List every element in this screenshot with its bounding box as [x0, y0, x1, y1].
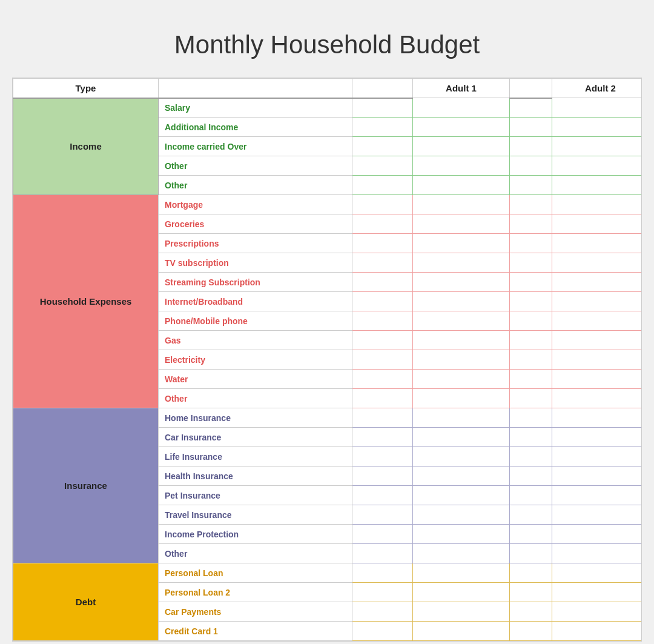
income-item-salary[interactable]: Salary: [159, 98, 352, 118]
expense-item-electricity[interactable]: Electricity: [159, 350, 352, 370]
header-row: Type Adult 1 Adult 2: [13, 79, 642, 98]
income-salary-gap[interactable]: [352, 98, 413, 118]
income-additional-adult2[interactable]: [552, 118, 642, 137]
debt-item-credit-card[interactable]: Credit Card 1: [159, 622, 352, 641]
income-item-other1[interactable]: Other: [159, 156, 352, 176]
income-other2-adult1[interactable]: [413, 176, 510, 195]
income-carriedover-gap[interactable]: [352, 137, 413, 156]
income-carriedover-gap2[interactable]: [510, 137, 552, 156]
subtype-header: [159, 79, 352, 98]
income-salary-adult2[interactable]: [552, 98, 642, 118]
expense-item-water[interactable]: Water: [159, 370, 352, 389]
income-carriedover-adult1[interactable]: [413, 137, 510, 156]
income-additional-gap2[interactable]: [510, 118, 552, 137]
expense-item-streaming[interactable]: Streaming Subscription: [159, 273, 352, 292]
income-salary-adult1[interactable]: [413, 98, 510, 118]
debt-category-label: Debt: [13, 563, 159, 641]
gap2-header: [510, 79, 552, 98]
income-other2-gap2[interactable]: [510, 176, 552, 195]
insurance-item-income-protection[interactable]: Income Protection: [159, 525, 352, 544]
insurance-item-travel[interactable]: Travel Insurance: [159, 505, 352, 525]
type-header: Type: [13, 79, 159, 98]
income-item-additional[interactable]: Additional Income: [159, 118, 352, 137]
income-other1-gap[interactable]: [352, 156, 413, 176]
income-item-other2[interactable]: Other: [159, 176, 352, 195]
insurance-row-home: Insurance Home Insurance: [13, 408, 642, 428]
expense-item-gas[interactable]: Gas: [159, 331, 352, 350]
expense-mortgage-adult1[interactable]: [413, 195, 510, 214]
debt-item-car[interactable]: Car Payments: [159, 602, 352, 622]
income-other2-gap[interactable]: [352, 176, 413, 195]
page-title: Monthly Household Budget: [12, 30, 642, 59]
income-category-label: Income: [13, 98, 159, 195]
gap1-header: [352, 79, 413, 98]
income-additional-adult1[interactable]: [413, 118, 510, 137]
expense-item-other[interactable]: Other: [159, 389, 352, 408]
expense-row-mortgage: Household Expenses Mortgage: [13, 195, 642, 214]
insurance-item-home[interactable]: Home Insurance: [159, 408, 352, 428]
insurance-category-label: Insurance: [13, 408, 159, 563]
expense-item-mortgage[interactable]: Mortgage: [159, 195, 352, 214]
income-other1-adult2[interactable]: [552, 156, 642, 176]
insurance-item-car[interactable]: Car Insurance: [159, 428, 352, 447]
insurance-item-other[interactable]: Other: [159, 544, 352, 563]
debt-row-personal-loan: Debt Personal Loan: [13, 563, 642, 583]
expense-mortgage-gap[interactable]: [352, 195, 413, 214]
debt-item-personal-loan[interactable]: Personal Loan: [159, 563, 352, 583]
adult1-header: Adult 1: [413, 79, 510, 98]
expense-item-groceries[interactable]: Groceries: [159, 214, 352, 234]
income-other1-gap2[interactable]: [510, 156, 552, 176]
expense-mortgage-adult2[interactable]: [552, 195, 642, 214]
insurance-item-life[interactable]: Life Insurance: [159, 447, 352, 466]
income-other1-adult1[interactable]: [413, 156, 510, 176]
expense-item-prescriptions[interactable]: Prescriptions: [159, 234, 352, 253]
expense-category-label: Household Expenses: [13, 195, 159, 408]
expense-item-phone[interactable]: Phone/Mobile phone: [159, 311, 352, 331]
debt-item-personal-loan2[interactable]: Personal Loan 2: [159, 583, 352, 602]
title-area: Monthly Household Budget: [12, 18, 642, 78]
spreadsheet: Type Adult 1 Adult 2 Income Salary: [12, 78, 642, 642]
income-item-carriedover[interactable]: Income carried Over: [159, 137, 352, 156]
adult2-header: Adult 2: [552, 79, 642, 98]
expense-mortgage-gap2[interactable]: [510, 195, 552, 214]
income-salary-gap2[interactable]: [510, 98, 552, 118]
expense-item-internet[interactable]: Internet/Broadband: [159, 292, 352, 311]
insurance-item-health[interactable]: Health Insurance: [159, 466, 352, 486]
income-row-salary: Income Salary: [13, 98, 642, 118]
income-additional-gap[interactable]: [352, 118, 413, 137]
insurance-item-pet[interactable]: Pet Insurance: [159, 486, 352, 505]
expense-item-tv[interactable]: TV subscription: [159, 253, 352, 273]
income-carriedover-adult2[interactable]: [552, 137, 642, 156]
income-other2-adult2[interactable]: [552, 176, 642, 195]
page-container: Monthly Household Budget Type Adult 1: [0, 0, 654, 644]
